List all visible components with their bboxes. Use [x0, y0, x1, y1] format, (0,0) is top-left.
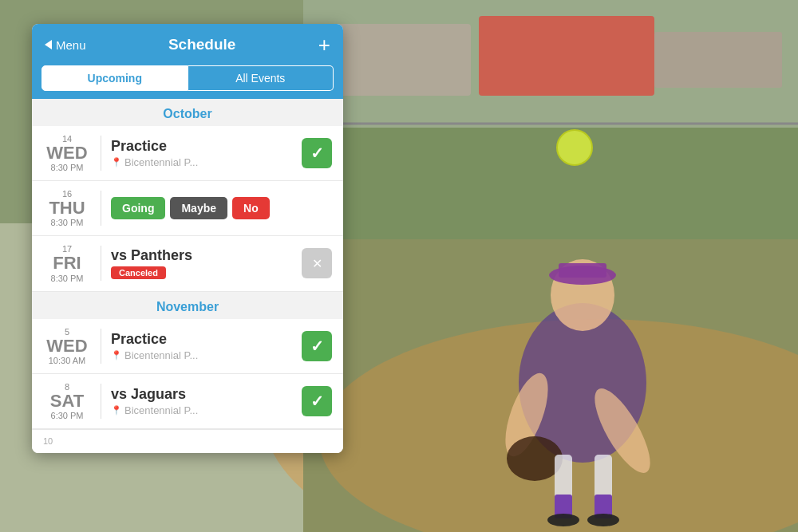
date-col-oct16: 16 THU 8:30 PM — [43, 189, 91, 227]
divider-oct17 — [101, 246, 101, 281]
day-name-oct17: FRI — [43, 254, 91, 273]
rsvp-maybe-button[interactable]: Maybe — [170, 197, 227, 219]
event-action-oct17[interactable] — [302, 248, 332, 278]
day-name-nov8: SAT — [43, 392, 91, 411]
check-badge-oct14[interactable] — [302, 138, 332, 168]
location-text-nov5: Bicentennial P... — [124, 349, 198, 361]
time-nov5: 10:30 AM — [43, 356, 91, 365]
event-row-oct16: 16 THU 8:30 PM Going Maybe No — [32, 181, 343, 236]
event-name-nov5: Practice — [111, 331, 294, 348]
event-name-oct14: Practice — [111, 138, 294, 155]
event-info-oct16: Going Maybe No — [111, 197, 332, 219]
event-info-oct14: Practice 📍 Bicentennial P... — [111, 138, 294, 168]
svg-point-27 — [587, 514, 619, 526]
divider-nov5 — [101, 329, 101, 364]
event-action-nov8[interactable] — [302, 386, 332, 416]
day-num-nov8: 8 — [43, 382, 91, 392]
location-text-oct14: Bicentennial P... — [124, 156, 198, 168]
day-name-oct16: THU — [43, 199, 91, 218]
location-pin-icon: 📍 — [111, 157, 122, 167]
event-location-nov8: 📍 Bicentennial P... — [111, 404, 294, 416]
date-col-oct14: 14 WED 8:30 PM — [43, 134, 91, 172]
date-col-nov5: 5 WED 10:30 AM — [43, 327, 91, 365]
time-nov8: 6:30 PM — [43, 411, 91, 420]
day-num-nov5: 5 — [43, 327, 91, 337]
event-row-oct17[interactable]: 17 FRI 8:30 PM vs Panthers Canceled — [32, 236, 343, 291]
partial-bottom-row: 10 — [32, 429, 343, 453]
event-info-nov8: vs Jaguars 📍 Bicentennial P... — [111, 386, 294, 416]
svg-rect-5 — [654, 32, 782, 88]
back-label: Menu — [56, 38, 86, 52]
partial-day-num: 10 — [43, 436, 53, 446]
tab-all-events[interactable]: All Events — [188, 65, 334, 91]
rsvp-going-button[interactable]: Going — [111, 197, 165, 219]
location-text-nov8: Bicentennial P... — [124, 404, 198, 416]
month-header-november: November — [32, 292, 343, 319]
tab-upcoming[interactable]: Upcoming — [41, 65, 188, 91]
event-row-nov5[interactable]: 5 WED 10:30 AM Practice 📍 Bicentennial P… — [32, 319, 343, 374]
event-info-oct17: vs Panthers Canceled — [111, 247, 294, 279]
divider-oct16 — [101, 191, 101, 226]
page-title: Schedule — [168, 36, 235, 53]
header-bar: Menu Schedule + — [32, 24, 343, 65]
time-oct16: 8:30 PM — [43, 218, 91, 227]
tab-bar: Upcoming All Events — [32, 65, 343, 99]
event-action-nov5[interactable] — [302, 331, 332, 361]
rsvp-buttons: Going Maybe No — [111, 197, 332, 219]
svg-point-21 — [507, 436, 563, 481]
svg-point-26 — [547, 514, 579, 526]
day-name-oct14: WED — [43, 144, 91, 163]
event-location-nov5: 📍 Bicentennial P... — [111, 349, 294, 361]
add-button[interactable]: + — [318, 34, 330, 55]
date-col-nov8: 8 SAT 6:30 PM — [43, 382, 91, 420]
event-info-nov5: Practice 📍 Bicentennial P... — [111, 331, 294, 361]
svg-rect-4 — [479, 16, 654, 96]
x-badge-oct17[interactable] — [302, 248, 332, 278]
event-name-oct17: vs Panthers — [111, 247, 294, 264]
event-location-oct14: 📍 Bicentennial P... — [111, 156, 294, 168]
time-oct14: 8:30 PM — [43, 163, 91, 172]
day-name-nov5: WED — [43, 337, 91, 356]
canceled-badge: Canceled — [111, 266, 166, 279]
svg-rect-18 — [559, 263, 606, 278]
back-button[interactable]: Menu — [45, 38, 86, 52]
event-name-nov8: vs Jaguars — [111, 386, 294, 403]
location-pin-icon-nov8: 📍 — [111, 405, 122, 416]
event-row-oct14[interactable]: 14 WED 8:30 PM Practice 📍 Bicentennial P… — [32, 126, 343, 181]
location-pin-icon-nov5: 📍 — [111, 350, 122, 361]
event-row-nov8[interactable]: 8 SAT 6:30 PM vs Jaguars 📍 Bicentennial … — [32, 374, 343, 429]
month-header-october: October — [32, 99, 343, 126]
app-panel: Menu Schedule + Upcoming All Events Octo… — [32, 24, 343, 453]
check-badge-nov8[interactable] — [302, 386, 332, 416]
divider-nov8 — [101, 384, 101, 419]
rsvp-no-button[interactable]: No — [232, 197, 270, 219]
time-oct17: 8:30 PM — [43, 274, 91, 283]
divider-oct14 — [101, 136, 101, 171]
chevron-left-icon — [45, 40, 52, 49]
check-badge-nov5[interactable] — [302, 331, 332, 361]
date-col-oct17: 17 FRI 8:30 PM — [43, 244, 91, 282]
event-action-oct14[interactable] — [302, 138, 332, 168]
